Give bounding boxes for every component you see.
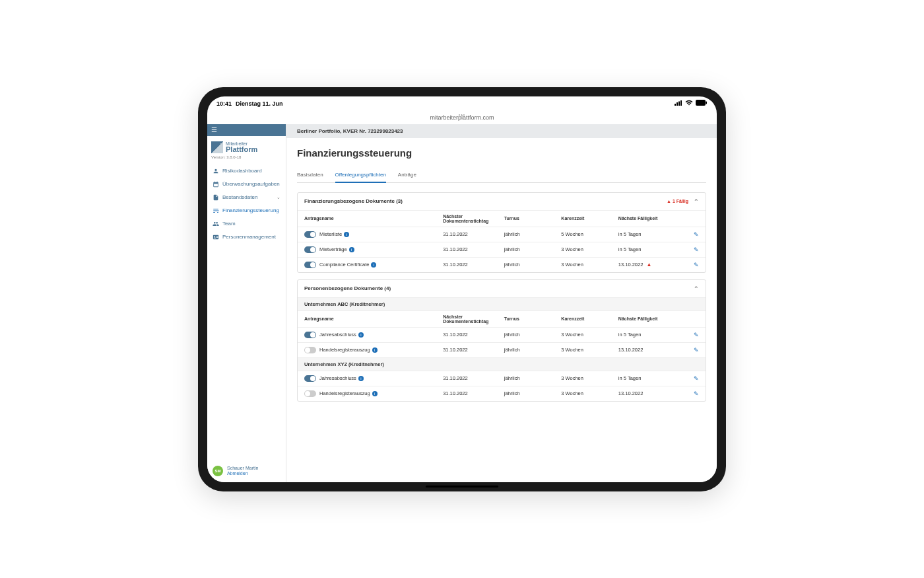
table-header-row: AntragsnameNächster DokumentenstichtagTu… [298,310,706,327]
edit-icon[interactable]: ✎ [694,246,699,253]
tablet-frame: 10:41 Dienstag 11. Jun ••• mitarbeiterpl… [198,87,726,491]
info-icon[interactable]: i [349,247,354,252]
doc-name: Mietverträge [319,246,347,252]
sidebar-topbar: ☰ [207,124,286,136]
edit-icon[interactable]: ✎ [694,347,699,353]
sidebar-item-label: Finanzierungssteuerung [222,207,279,213]
th-turnus: Turnus [498,210,555,227]
doc-date: 31.10.2022 [436,371,498,386]
user-icon [213,168,219,174]
group-header: Unternehmen ABC (Kreditnehmer) [298,297,706,310]
doc-due: in 5 Tagen [612,242,681,257]
sidebar-item-label: Team [222,221,236,227]
svg-rect-3 [680,100,682,106]
doc-due: in 5 Tagen [612,227,681,242]
card-finance-docs: Finanzierungsbezogene Dokumente (3) ▲ 1 … [297,192,706,273]
toggle-switch[interactable] [304,246,316,253]
info-icon[interactable]: i [344,232,349,237]
doc-name: Jahresabschluss [319,375,356,381]
sidebar-item-bestandsdaten[interactable]: Bestandsdaten⌄ [207,191,286,204]
card-header[interactable]: Finanzierungsbezogene Dokumente (3) ▲ 1 … [298,193,706,210]
doc-date: 31.10.2022 [436,242,498,257]
card-title: Finanzierungsbezogene Dokumente (3) [304,198,403,204]
sidebar: ☰ Mitarbeiter Plattform Version: 3.8.0-1… [207,124,286,482]
doc-karenz: 3 Wochen [554,327,612,342]
warning-icon: ▲ [645,262,651,268]
table-row: Mieterlistei31.10.2022jährlich5 Wochenin… [298,227,706,242]
hamburger-icon[interactable]: ☰ [211,126,217,133]
battery-icon [696,100,708,107]
toggle-switch[interactable] [304,347,316,353]
doc-date: 31.10.2022 [436,257,498,272]
sidebar-item-label: Personenmanagement [222,234,276,240]
info-icon[interactable]: i [372,391,378,396]
tab-bar: BasisdatenOffenlegungspflichtenAnträge [297,168,706,183]
toggle-switch[interactable] [304,332,316,338]
sidebar-item-team[interactable]: Team [207,217,286,231]
toggle-switch[interactable] [304,262,316,268]
doc-name: Handelsregisterauszug [319,347,370,353]
doc-turnus: jährlich [498,371,555,386]
due-badge: ▲ 1 Fällig [667,199,688,203]
doc-due: 13.10.2022 [612,342,681,357]
doc-turnus: jährlich [498,227,555,242]
doc-due: 13.10.2022 ▲ [612,257,681,272]
svg-rect-1 [676,102,678,106]
sidebar-item-label: Bestandsdaten [222,194,257,200]
edit-icon[interactable]: ✎ [694,375,699,382]
browser-dots-icon: ••• [459,112,465,117]
sidebar-item-risikodashboard[interactable]: Risikodashboard [207,164,286,178]
doc-icon [213,194,219,201]
doc-due: in 5 Tagen [612,327,681,342]
logout-link[interactable]: Abmelden [227,471,258,476]
edit-icon[interactable]: ✎ [694,231,699,238]
logo-block: Mitarbeiter Plattform Version: 3.8.0-18 [207,136,286,162]
tab-offenlegungspflichten[interactable]: Offenlegungspflichten [335,168,386,183]
sidebar-item-personenmanagement[interactable]: Personenmanagement [207,231,286,244]
edit-icon[interactable]: ✎ [694,332,699,338]
avatar[interactable]: SM [213,466,223,476]
th-karenz: Karenzzeit [554,210,612,227]
svg-rect-0 [675,104,676,106]
doc-date: 31.10.2022 [436,386,498,401]
toggle-switch[interactable] [304,390,316,397]
chevron-up-icon[interactable]: ⌃ [694,285,699,292]
tab-basisdaten[interactable]: Basisdaten [297,168,323,182]
doc-date: 31.10.2022 [436,327,498,342]
th-name: Antragsname [298,210,436,227]
info-icon[interactable]: i [371,262,376,268]
info-icon[interactable]: i [358,332,364,338]
info-icon[interactable]: i [372,347,378,353]
doc-due: 13.10.2022 [612,386,681,401]
toggle-switch[interactable] [304,375,316,382]
doc-karenz: 3 Wochen [554,257,612,272]
doc-karenz: 3 Wochen [554,342,612,357]
signal-icon [675,100,682,107]
sidebar-footer: SM Schauer Martin Abmelden [207,460,286,482]
doc-name: Compliance Certificate [319,262,369,268]
edit-icon[interactable]: ✎ [694,390,699,397]
sidebar-item-finanzierungssteuerung[interactable]: Finanzierungssteuerung [207,204,286,217]
info-icon[interactable]: i [358,376,364,381]
edit-icon[interactable]: ✎ [694,262,699,268]
browser-url-bar[interactable]: ••• mitarbeiterplattform.com [207,111,717,124]
user-name: Schauer Martin [227,466,258,471]
doc-name: Mieterliste [319,231,342,237]
toggle-switch[interactable] [304,231,316,238]
content: Finanzierungssteuerung BasisdatenOffenle… [286,138,717,417]
table-row: Mietverträgei31.10.2022jährlich3 Wocheni… [298,242,706,257]
breadcrumb: Berliner Portfolio, KVER Nr. 72329982342… [286,124,717,138]
card-header[interactable]: Personenbezogene Dokumente (4) ⌃ [298,280,706,297]
main-area: Berliner Portfolio, KVER Nr. 72329982342… [286,124,717,482]
doc-karenz: 3 Wochen [554,371,612,386]
page-title: Finanzierungssteuerung [297,147,706,159]
tab-anträge[interactable]: Anträge [398,168,416,182]
doc-karenz: 3 Wochen [554,242,612,257]
person-docs-table: Unternehmen ABC (Kreditnehmer)Antragsnam… [298,297,706,401]
doc-turnus: jährlich [498,342,555,357]
chevron-up-icon[interactable]: ⌃ [694,198,699,205]
calendar-icon [213,181,219,188]
sidebar-item--berwachungsaufgaben[interactable]: Überwachungsaufgaben [207,178,286,191]
doc-due: in 5 Tagen [612,371,681,386]
app-root: ☰ Mitarbeiter Plattform Version: 3.8.0-1… [207,124,717,482]
